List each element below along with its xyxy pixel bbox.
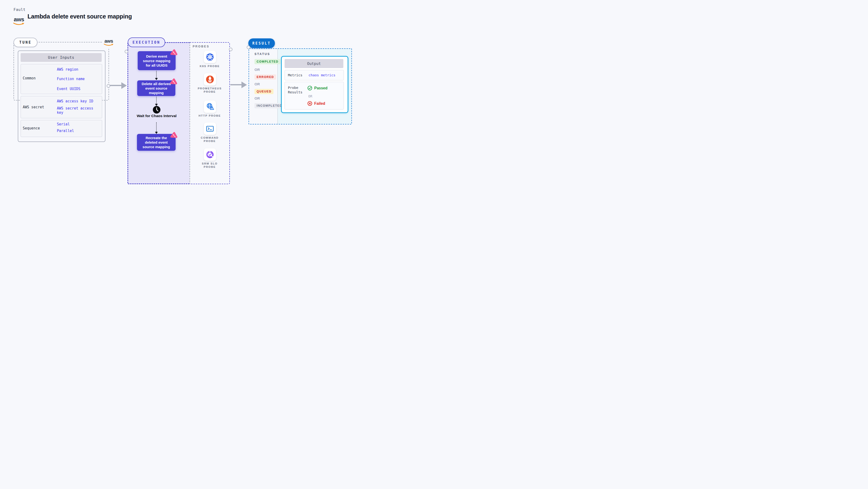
or-separator: OR xyxy=(254,96,260,100)
failed-result: Failed xyxy=(307,101,325,106)
flow-connector xyxy=(156,71,157,78)
http-globe-icon xyxy=(206,102,214,111)
link-aws-secret-access-key[interactable]: AWS secret access key xyxy=(57,106,98,115)
execution-pill: EXECUTION xyxy=(128,37,165,47)
probe-label-prometheus: PROMETHEUSPROBE xyxy=(190,87,230,93)
probe-card-command xyxy=(204,123,216,135)
or-separator: OR xyxy=(254,67,260,71)
x-circle-icon xyxy=(307,101,312,106)
flow-connector xyxy=(156,97,157,104)
metrics-row: Metrics chaos metrics xyxy=(285,70,344,80)
fault-kicker: Fault xyxy=(13,7,26,12)
page-title: Lambda delete event source mapping xyxy=(28,13,132,20)
prometheus-icon xyxy=(206,75,214,84)
probe-card-srm-slo xyxy=(204,148,216,161)
passed-label: Passed xyxy=(314,86,328,90)
aws-smile-icon xyxy=(104,43,114,47)
status-badge-incompleted: INCOMPLETED xyxy=(254,103,284,108)
chaos-badge-icon xyxy=(170,78,178,86)
probe-results-row: Probe Results Passed OR Failed xyxy=(285,82,344,110)
output-box: Output Metrics chaos metrics Probe Resul… xyxy=(281,56,348,113)
aws-smile-icon xyxy=(13,22,25,26)
flow-connector xyxy=(156,122,157,132)
probe-label-k8s: K8S PROBE xyxy=(190,64,230,68)
check-circle-icon xyxy=(307,86,312,91)
row-label: AWS secret xyxy=(23,105,44,109)
probe-card-http xyxy=(204,100,216,113)
link-function-name[interactable]: Function name xyxy=(57,77,85,81)
user-inputs-header: User Inputs xyxy=(21,53,102,62)
status-badge-completed: COMPLETED xyxy=(254,59,281,64)
probe-results-label: Probe Results xyxy=(288,86,308,95)
row-aws-secret: AWS secret AWS access key ID AWS secret … xyxy=(21,96,102,118)
connector-port xyxy=(247,45,250,49)
command-terminal-icon xyxy=(206,124,214,133)
link-serial[interactable]: Serial xyxy=(57,122,70,126)
metrics-label: Metrics xyxy=(288,70,302,80)
kubernetes-icon xyxy=(206,52,214,61)
chaos-badge-icon xyxy=(170,49,178,57)
arrow-probes-to-result xyxy=(230,84,242,85)
probe-label-command: COMMANDPROBE xyxy=(190,136,230,143)
failed-label: Failed xyxy=(314,101,325,106)
connector-port xyxy=(229,48,232,51)
probe-label-srm-slo: SRM SLOPROBE xyxy=(190,162,230,169)
chaos-metrics-link[interactable]: chaos metrics xyxy=(309,70,336,80)
result-pill: RESULT xyxy=(248,38,275,48)
probes-label: PROBES xyxy=(193,45,210,48)
or-separator: OR xyxy=(308,94,312,98)
row-common: Common AWS region Function name Event UU… xyxy=(21,64,102,94)
row-label: Sequence xyxy=(23,126,40,130)
probe-card-k8s xyxy=(204,51,216,63)
flow-arrowhead-icon xyxy=(155,78,158,80)
arrowhead-icon xyxy=(242,82,247,88)
probe-card-prometheus xyxy=(204,73,216,86)
step-wait-for-chaos-interval: Wait for Chaos Interval xyxy=(136,114,177,118)
output-header: Output xyxy=(285,59,343,68)
link-event-uuids[interactable]: Event UUIDS xyxy=(57,87,80,91)
fault-diagram: Fault aws Lambda delete event source map… xyxy=(0,0,372,209)
probe-label-http: HTTP PROBE xyxy=(190,114,230,117)
link-aws-region[interactable]: AWS region xyxy=(57,67,78,71)
passed-result: Passed xyxy=(307,86,328,91)
aws-logo-tune-corner: aws xyxy=(103,36,115,49)
aws-logo: aws xyxy=(13,17,25,26)
or-separator: OR xyxy=(254,82,260,86)
arrowhead-icon xyxy=(121,82,127,89)
connector-port xyxy=(106,84,110,88)
link-parallel[interactable]: Parallel xyxy=(57,129,74,133)
tune-pill: TUNE xyxy=(13,38,37,47)
chaos-badge-icon xyxy=(170,131,178,140)
aws-logo-text: aws xyxy=(14,17,24,22)
srm-slo-icon xyxy=(206,150,214,159)
status-label: STATUS xyxy=(254,52,270,56)
step-derive-event-source-mapping: Derive event source mapping for all UUID… xyxy=(138,51,176,70)
user-inputs-panel: User Inputs Common AWS region Function n… xyxy=(18,51,105,142)
status-badge-queued: QUEUED xyxy=(254,89,274,94)
arrow-tune-to-execution xyxy=(110,85,121,86)
row-label: Common xyxy=(23,76,35,80)
status-badge-errored: ERRORED xyxy=(254,74,276,80)
link-aws-access-key-id[interactable]: AWS access key ID xyxy=(57,99,93,103)
step-delete-event-source-mapping: Delete all derived event source mapping xyxy=(137,80,175,96)
step-recreate-event-source-mapping: Recreate the deleted event source mappin… xyxy=(137,134,176,151)
clock-icon xyxy=(152,105,161,114)
flow-arrowhead-icon xyxy=(155,132,158,134)
row-sequence: Sequence Serial Parallel xyxy=(21,120,102,137)
connector-port xyxy=(125,50,128,53)
